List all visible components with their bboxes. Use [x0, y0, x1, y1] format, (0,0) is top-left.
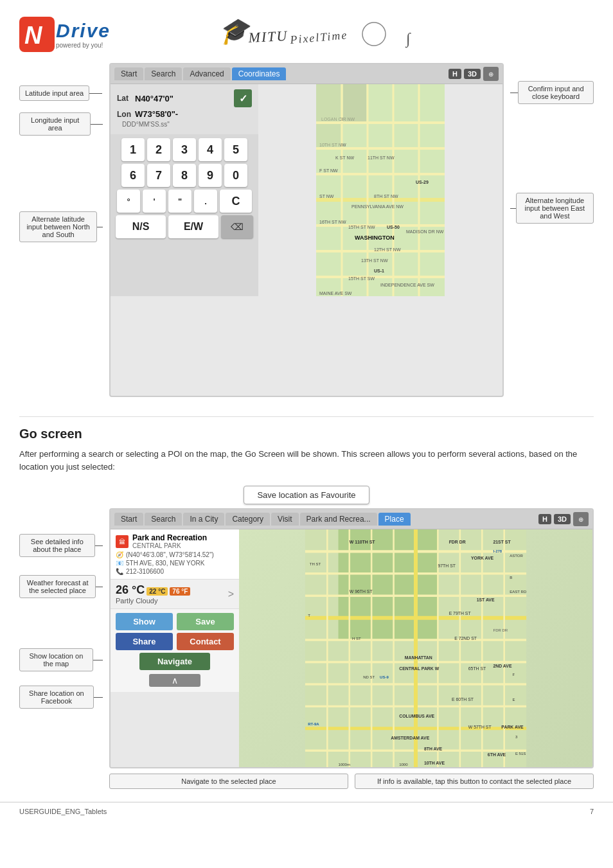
footer-guide-name: USERGUIDE_ENG_Tablets	[19, 808, 107, 815]
coord-input-area: Lat N40°47'0" ✓ Lon W73°58'0"- DDD°MM'SS…	[111, 84, 258, 134]
svg-text:1000: 1000	[399, 763, 408, 766]
weather-panel: 26 °C 22 °C 76 °F Partly Cloudy >	[111, 580, 239, 609]
coordinates-section: Latitude input area Longitude input area…	[0, 63, 613, 789]
go-nav-visit[interactable]: Visit	[271, 513, 298, 526]
lon-value[interactable]: W73°58'0"-	[135, 109, 252, 119]
go-nav-btn-settings[interactable]: ⊕	[573, 512, 589, 526]
key-degree[interactable]: °	[117, 190, 140, 213]
svg-text:MANHATTAN: MANHATTAN	[405, 655, 432, 660]
place-info-panel: 🏛 Park and Recreation CENTRAL PARK 🧭 (N4…	[111, 529, 239, 580]
show-location-annotation: Show location on the map	[19, 648, 93, 671]
page-footer: USERGUIDE_ENG_Tablets 7	[0, 802, 613, 820]
key-8[interactable]: 8	[173, 164, 196, 187]
key-dot[interactable]: .	[194, 190, 217, 213]
svg-text:CENTRAL PARK W: CENTRAL PARK W	[399, 666, 440, 671]
key-4[interactable]: 4	[199, 138, 222, 161]
coord-format-hint: DDD°MM'SS.ss"	[122, 121, 252, 128]
svg-text:E 79TH ST: E 79TH ST	[449, 611, 472, 616]
place-coords: (N40°46'3.08", W73°58'14.52")	[126, 551, 214, 558]
share-button[interactable]: Share	[116, 633, 173, 650]
see-detail-annotation: See detailed info about the place	[19, 534, 95, 557]
svg-text:MAINE AVE SW: MAINE AVE SW	[319, 291, 352, 296]
svg-text:E 72ND ST: E 72ND ST	[454, 636, 477, 641]
key-second[interactable]: "	[168, 190, 191, 213]
svg-text:K ST NW: K ST NW	[335, 155, 354, 160]
collapse-button[interactable]: ∧	[149, 674, 200, 687]
header-right-decoration: 🎓 MITU PixelTime ∫	[213, 12, 419, 57]
logo-tagline: powered by you!	[56, 42, 111, 49]
svg-text:6TH AVE: 6TH AVE	[488, 752, 506, 757]
coordinates-nav-bar: Start Search Advanced Coordinates H 3D ⊕	[111, 64, 502, 84]
save-button[interactable]: Save	[177, 613, 234, 630]
go-nav-city[interactable]: In a City	[183, 513, 224, 526]
contact-button[interactable]: Contact	[177, 633, 234, 650]
svg-text:F: F	[513, 673, 515, 677]
nav-btn-3d[interactable]: 3D	[464, 69, 481, 79]
key-clear[interactable]: C	[220, 190, 252, 213]
svg-text:∫: ∫	[405, 30, 412, 48]
temp-fahrenheit-btn[interactable]: 76 °F	[170, 587, 190, 596]
svg-text:8TH AVE: 8TH AVE	[424, 747, 443, 751]
svg-text:US-9: US-9	[380, 675, 389, 679]
go-nav-category[interactable]: Category	[226, 513, 270, 526]
svg-text:PENNSYLVANIA AVE NW: PENNSYLVANIA AVE NW	[351, 204, 404, 209]
svg-text:I-278: I-278	[493, 549, 502, 553]
nav-btn-h[interactable]: H	[449, 69, 461, 79]
weather-annotation: Weather forecast at the selected place	[19, 575, 96, 598]
svg-text:COLUMBUS AVE: COLUMBUS AVE	[399, 714, 434, 718]
svg-text:21ST ST: 21ST ST	[493, 540, 511, 544]
temp-celsius-btn[interactable]: 22 °C	[147, 587, 168, 596]
svg-text:8TH ST NW: 8TH ST NW	[374, 194, 398, 199]
svg-text:1000m: 1000m	[339, 763, 350, 766]
go-nav-btn-3d[interactable]: 3D	[554, 514, 571, 524]
svg-text:W 57TH ST: W 57TH ST	[468, 725, 492, 729]
nav-tab-search[interactable]: Search	[145, 67, 182, 80]
svg-text:T: T	[308, 614, 310, 617]
place-icon: 🏛	[116, 535, 129, 548]
svg-text:E 60TH ST: E 60TH ST	[452, 697, 474, 702]
show-button[interactable]: Show	[116, 613, 173, 630]
weather-expand-arrow[interactable]: >	[228, 589, 234, 600]
navigate-button[interactable]: Navigate	[139, 653, 210, 670]
key-ns[interactable]: N/S	[116, 215, 166, 238]
nav-btn-settings[interactable]: ⊕	[483, 67, 499, 81]
key-backspace[interactable]: ⌫	[221, 215, 253, 238]
svg-text:AMSTERDAM AVE: AMSTERDAM AVE	[391, 736, 429, 740]
svg-text:12TH ST NW: 12TH ST NW	[374, 247, 401, 252]
go-nav-park[interactable]: Park and Recrea...	[300, 513, 377, 526]
go-nav-search[interactable]: Search	[145, 513, 182, 526]
svg-text:US-29: US-29	[416, 180, 429, 184]
svg-text:10TH AVE: 10TH AVE	[424, 761, 445, 765]
alt-lon-annotation: Alternate longitude input between East a…	[516, 193, 594, 224]
go-nav-bar: Start Search In a City Category Visit Pa…	[111, 509, 592, 529]
svg-text:PixelTime: PixelTime	[289, 28, 348, 46]
key-3[interactable]: 3	[173, 138, 196, 161]
key-5[interactable]: 5	[224, 138, 247, 161]
go-nav-start[interactable]: Start	[114, 513, 143, 526]
go-map-view: W 110TH ST FDR DR 21ST ST I-278 TH ST 97…	[239, 529, 592, 767]
save-fav-button[interactable]: Save location as Favourite	[244, 486, 369, 504]
key-6[interactable]: 6	[121, 164, 145, 187]
lat-value[interactable]: N40°47'0"	[135, 94, 229, 103]
go-phone-screen: Start Search In a City Category Visit Pa…	[109, 508, 594, 768]
right-annotations: Confirm input and close keyboard Alterna…	[510, 63, 594, 224]
nav-tab-advanced[interactable]: Advanced	[183, 67, 230, 80]
nav-tab-coordinates[interactable]: Coordinates	[232, 67, 287, 80]
key-minute[interactable]: '	[143, 190, 166, 213]
checkmark-button[interactable]: ✓	[234, 89, 252, 107]
collapse-icon: ∧	[172, 675, 178, 686]
key-9[interactable]: 9	[199, 164, 222, 187]
nav-tab-start[interactable]: Start	[114, 67, 143, 80]
key-1[interactable]: 1	[121, 138, 145, 161]
svg-text:YORK AVE: YORK AVE	[471, 556, 494, 560]
svg-text:ND ST: ND ST	[363, 675, 375, 679]
go-nav-btn-h[interactable]: H	[538, 514, 551, 524]
svg-text:ASTOR: ASTOR	[510, 554, 523, 558]
coordinates-phone-screen: Start Search Advanced Coordinates H 3D ⊕…	[109, 63, 504, 397]
key-0[interactable]: 0	[224, 164, 247, 187]
svg-text:13TH ST NW: 13TH ST NW	[361, 258, 388, 263]
key-2[interactable]: 2	[147, 138, 170, 161]
key-7[interactable]: 7	[147, 164, 170, 187]
key-ew[interactable]: E/W	[168, 215, 218, 238]
go-nav-place[interactable]: Place	[378, 513, 411, 526]
